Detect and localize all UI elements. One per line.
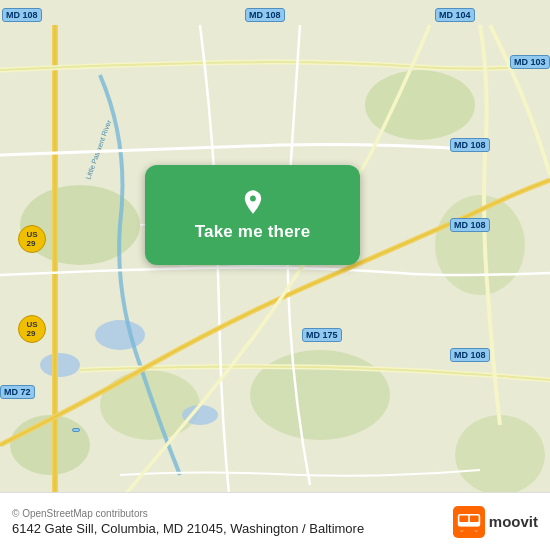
svg-point-12 — [250, 196, 256, 202]
road-label-md72 — [72, 428, 80, 432]
svg-point-10 — [40, 353, 80, 377]
svg-rect-16 — [470, 515, 479, 521]
road-label-md108-topleft: MD 108 — [2, 8, 42, 22]
svg-rect-15 — [459, 515, 468, 521]
moovit-bus-icon — [453, 506, 485, 538]
svg-point-5 — [100, 370, 200, 440]
bottom-bar: © OpenStreetMap contributors 6142 Gate S… — [0, 492, 550, 550]
road-label-md175-center: MD 175 — [302, 328, 342, 342]
road-label-md108-bottom: MD 72 — [0, 385, 35, 399]
svg-rect-19 — [458, 526, 480, 530]
road-label-us29-top: US29 — [18, 225, 46, 253]
road-label-md103: MD 103 — [510, 55, 550, 69]
svg-point-7 — [455, 415, 545, 495]
svg-point-8 — [95, 320, 145, 350]
road-label-md104: MD 104 — [435, 8, 475, 22]
address-block: © OpenStreetMap contributors 6142 Gate S… — [12, 508, 364, 536]
location-pin-icon — [239, 188, 267, 216]
road-label-us29-bottom: US29 — [18, 315, 46, 343]
address-text: 6142 Gate Sill, Columbia, MD 21045, Wash… — [12, 521, 364, 536]
moovit-text: moovit — [489, 513, 538, 530]
road-label-md108-midright: MD 108 — [450, 218, 490, 232]
take-me-there-label: Take me there — [195, 222, 311, 242]
svg-point-6 — [10, 415, 90, 475]
map-container: Little Patuxent River MD 108 MD 10 — [0, 0, 550, 550]
copyright-text: © OpenStreetMap contributors — [12, 508, 364, 519]
map-background: Little Patuxent River — [0, 0, 550, 550]
road-label-md108-right: MD 108 — [450, 138, 490, 152]
road-label-md108-topcenter: MD 108 — [245, 8, 285, 22]
svg-point-4 — [250, 350, 390, 440]
road-label-md175-right: MD 108 — [450, 348, 490, 362]
take-me-there-button[interactable]: Take me there — [145, 165, 360, 265]
moovit-logo: moovit — [453, 506, 538, 538]
